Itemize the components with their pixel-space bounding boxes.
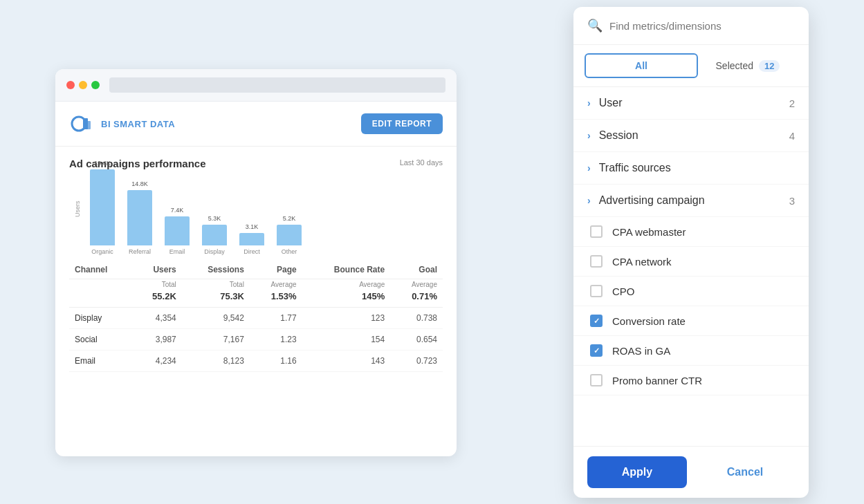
item-roas-in-ga[interactable]: ROAS in GA xyxy=(573,336,809,366)
brand-name: BI SMART DATA xyxy=(101,119,175,129)
item-conversion-rate-label: Conversion rate xyxy=(612,315,686,327)
subtotal-row: Total Total Average Average Average xyxy=(69,279,443,290)
bar-referral: 14.8K Referral xyxy=(127,180,152,255)
tab-selected[interactable]: Selected 12 xyxy=(698,53,798,78)
metrics-panel: 🔍 All Selected 12 › User 2 › Session 4 ›… xyxy=(573,7,809,498)
col-page: Page xyxy=(250,261,302,279)
item-cpa-network-label: CPA network xyxy=(612,256,672,268)
table-row: Display 4,354 9,542 1.77 123 0.738 xyxy=(69,308,443,329)
panel-footer: Apply Cancel xyxy=(573,446,809,498)
category-advertising-count: 3 xyxy=(789,195,795,207)
dashboard-card: BI SMART DATA EDIT REPORT Ad campaigns p… xyxy=(55,69,457,456)
col-goal: Goal xyxy=(390,261,443,279)
search-input[interactable] xyxy=(609,20,795,32)
bar-email: 7.4K Email xyxy=(165,207,190,255)
metrics-list[interactable]: › User 2 › Session 4 › Traffic sources ›… xyxy=(573,87,809,446)
chart-section: Ad campaigns performance Last 30 days Us… xyxy=(55,147,457,261)
tab-all[interactable]: All xyxy=(585,53,698,78)
total-row: 55.2K 75.3K 1.53% 145% 0.71% xyxy=(69,290,443,308)
checkbox-cpa-network[interactable] xyxy=(590,255,603,268)
category-traffic[interactable]: › Traffic sources xyxy=(573,152,809,185)
category-session-label: Session xyxy=(599,129,789,142)
col-channel: Channel xyxy=(69,261,131,279)
category-advertising-label: Advertising campaign xyxy=(599,194,789,207)
item-cpo[interactable]: CPO xyxy=(573,277,809,306)
chevron-right-icon: › xyxy=(587,130,591,141)
chart-container: Users 19.4K Organic 14.8K Referral 7.4K … xyxy=(69,172,443,255)
bar-other: 5.2K Other xyxy=(277,215,302,255)
dashboard-header: BI SMART DATA EDIT REPORT xyxy=(55,102,457,147)
close-dot[interactable] xyxy=(66,81,75,89)
address-bar xyxy=(109,77,445,93)
chart-title: Ad campaigns performance xyxy=(69,158,443,169)
checkbox-cpa-webmaster[interactable] xyxy=(590,225,603,238)
edit-report-button[interactable]: EDIT REPORT xyxy=(361,113,443,134)
chevron-right-icon: › xyxy=(587,162,591,174)
checkbox-promo-banner-ctr[interactable] xyxy=(590,374,603,386)
selected-count-badge: 12 xyxy=(759,60,780,72)
window-controls xyxy=(55,69,457,102)
category-user[interactable]: › User 2 xyxy=(573,87,809,120)
tab-selected-label: Selected xyxy=(716,60,753,71)
item-conversion-rate[interactable]: Conversion rate xyxy=(573,306,809,336)
chart-period: Last 30 days xyxy=(400,158,443,167)
chevron-down-icon: › xyxy=(587,195,591,206)
bar-display: 5.3K Display xyxy=(202,215,227,255)
col-bounce: Bounce Rate xyxy=(302,261,391,279)
col-users: Users xyxy=(131,261,181,279)
advertising-sub-items: CPA webmaster CPA network CPO Conversion… xyxy=(573,217,809,395)
brand-icon xyxy=(69,111,94,136)
checkbox-cpo[interactable] xyxy=(590,285,603,297)
item-promo-banner-ctr[interactable]: Promo banner CTR xyxy=(573,366,809,395)
category-session-count: 4 xyxy=(789,130,795,142)
bar-organic: 19.4K Organic xyxy=(90,160,115,255)
apply-button[interactable]: Apply xyxy=(587,456,687,488)
y-axis-label: Users xyxy=(74,200,81,217)
item-cpa-webmaster-label: CPA webmaster xyxy=(612,226,686,238)
item-cpa-network[interactable]: CPA network xyxy=(573,247,809,277)
chevron-right-icon: › xyxy=(587,97,591,109)
item-cpo-label: CPO xyxy=(612,286,635,297)
data-table: Channel Users Sessions Page Bounce Rate … xyxy=(69,261,443,372)
col-sessions: Sessions xyxy=(182,261,250,279)
search-area: 🔍 xyxy=(573,7,809,45)
cancel-button[interactable]: Cancel xyxy=(695,456,795,488)
category-traffic-label: Traffic sources xyxy=(599,162,795,174)
item-cpa-webmaster[interactable]: CPA webmaster xyxy=(573,217,809,247)
category-advertising[interactable]: › Advertising campaign 3 xyxy=(573,185,809,217)
item-roas-in-ga-label: ROAS in GA xyxy=(612,345,670,357)
category-user-label: User xyxy=(599,97,789,109)
bar-direct: 3.1K Direct xyxy=(239,223,264,255)
maximize-dot[interactable] xyxy=(91,81,100,89)
item-promo-banner-ctr-label: Promo banner CTR xyxy=(612,375,702,386)
checkbox-roas-in-ga[interactable] xyxy=(590,344,603,357)
category-session[interactable]: › Session 4 xyxy=(573,120,809,152)
table-section: Channel Users Sessions Page Bounce Rate … xyxy=(55,261,457,372)
checkbox-conversion-rate[interactable] xyxy=(590,315,603,327)
minimize-dot[interactable] xyxy=(79,81,87,89)
table-row: Email 4,234 8,123 1.16 143 0.723 xyxy=(69,351,443,372)
tabs-row: All Selected 12 xyxy=(573,45,809,87)
search-icon: 🔍 xyxy=(587,18,603,33)
svg-rect-2 xyxy=(86,121,91,129)
category-user-count: 2 xyxy=(789,97,795,109)
brand: BI SMART DATA xyxy=(69,111,175,136)
table-row: Social 3,987 7,167 1.23 154 0.654 xyxy=(69,329,443,351)
